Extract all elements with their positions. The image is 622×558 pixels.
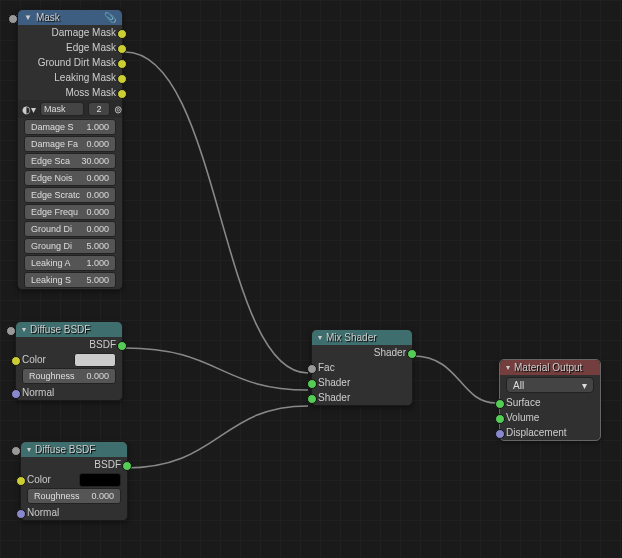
input-volume[interactable]: Volume [500, 410, 600, 425]
output-bsdf: BSDF [21, 457, 127, 472]
node-title: Material Output [514, 362, 594, 373]
input-displacement[interactable]: Displacement [500, 425, 600, 440]
input-leaking-s[interactable]: Leaking S5.000 [24, 272, 116, 288]
node-material-output[interactable]: ▾ Material Output All▾ Surface Volume Di… [499, 359, 601, 441]
input-roughness[interactable]: Roughness0.000 [27, 488, 121, 504]
input-color-row[interactable]: Color [21, 472, 127, 487]
pin-icon[interactable]: 📎 [104, 12, 116, 23]
node-mix-shader[interactable]: ▾ Mix Shader Shader Fac Shader Shader [311, 329, 413, 406]
input-surface[interactable]: Surface [500, 395, 600, 410]
output-ground-dirt-mask: Ground Dirt Mask [18, 55, 122, 70]
output-edge-mask: Edge Mask [18, 40, 122, 55]
node-header-diffuse-1[interactable]: ▾ Diffuse BSDF [16, 322, 122, 337]
input-roughness[interactable]: Roughness0.000 [22, 368, 116, 384]
node-mask[interactable]: ▼ Mask 📎 Damage MaskEdge MaskGround Dirt… [17, 9, 123, 290]
input-edge-scratc[interactable]: Edge Scratc0.000 [24, 187, 116, 203]
fake-user-icon[interactable]: ⊚ [114, 104, 122, 115]
node-header-mask[interactable]: ▼ Mask 📎 [18, 10, 122, 25]
input-edge-nois[interactable]: Edge Nois0.000 [24, 170, 116, 186]
node-diffuse-bsdf-1[interactable]: ▾ Diffuse BSDF BSDF Color Roughness0.000… [15, 321, 123, 401]
node-title: Diffuse BSDF [30, 324, 116, 335]
input-shader-2[interactable]: Shader [312, 390, 412, 405]
collapse-icon[interactable]: ▾ [22, 325, 26, 334]
input-color-row[interactable]: Color [16, 352, 122, 367]
output-moss-mask: Moss Mask [18, 85, 122, 100]
collapse-icon[interactable]: ▾ [318, 333, 322, 342]
chevron-down-icon: ▾ [582, 380, 587, 391]
collapse-icon[interactable]: ▾ [27, 445, 31, 454]
node-header-mix[interactable]: ▾ Mix Shader [312, 330, 412, 345]
input-fac[interactable]: Fac [312, 360, 412, 375]
input-ground-di[interactable]: Ground Di0.000 [24, 221, 116, 237]
node-title: Mask [36, 12, 104, 23]
input-damage-fa[interactable]: Damage Fa0.000 [24, 136, 116, 152]
target-dropdown[interactable]: All▾ [506, 377, 594, 393]
datablock-icon[interactable]: ◐▾ [22, 104, 36, 115]
output-damage-mask: Damage Mask [18, 25, 122, 40]
mask-name-field[interactable] [40, 102, 84, 116]
collapse-icon[interactable]: ▾ [506, 363, 510, 372]
mask-users-field[interactable] [88, 102, 110, 116]
input-edge-frequ[interactable]: Edge Frequ0.000 [24, 204, 116, 220]
output-bsdf: BSDF [16, 337, 122, 352]
input-normal[interactable]: Normal [16, 385, 122, 400]
mask-toolbar[interactable]: ◐▾ ⊚ [18, 100, 122, 118]
output-shader: Shader [312, 345, 412, 360]
input-damage-s[interactable]: Damage S1.000 [24, 119, 116, 135]
node-title: Mix Shader [326, 332, 406, 343]
output-leaking-mask: Leaking Mask [18, 70, 122, 85]
node-diffuse-bsdf-2[interactable]: ▾ Diffuse BSDF BSDF Color Roughness0.000… [20, 441, 128, 521]
node-title: Diffuse BSDF [35, 444, 121, 455]
collapse-icon[interactable]: ▼ [24, 13, 32, 22]
node-header-diffuse-2[interactable]: ▾ Diffuse BSDF [21, 442, 127, 457]
color-swatch[interactable] [74, 353, 116, 367]
input-leaking-a[interactable]: Leaking A1.000 [24, 255, 116, 271]
input-shader-1[interactable]: Shader [312, 375, 412, 390]
node-header-output[interactable]: ▾ Material Output [500, 360, 600, 375]
input-normal[interactable]: Normal [21, 505, 127, 520]
input-edge-sca[interactable]: Edge Sca30.000 [24, 153, 116, 169]
color-swatch[interactable] [79, 473, 121, 487]
input-groung-di[interactable]: Groung Di5.000 [24, 238, 116, 254]
